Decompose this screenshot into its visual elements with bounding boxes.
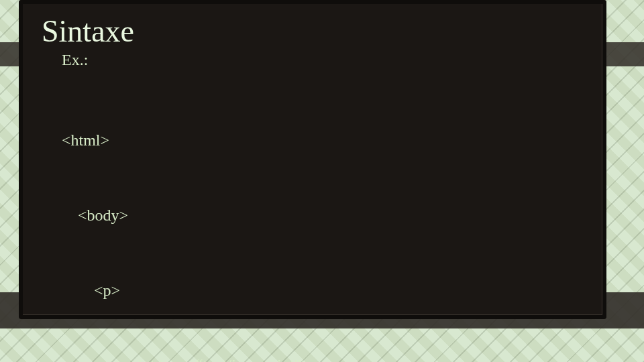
- slide-subtitle: Ex.:: [62, 51, 584, 69]
- slide-card: Sintaxe Ex.: <html> <body> <p> <script t…: [19, 0, 606, 319]
- code-block: <html> <body> <p> <script type=“text/jav…: [62, 78, 584, 362]
- slide-title: Sintaxe: [42, 16, 584, 47]
- code-line: <html>: [62, 128, 584, 153]
- code-line: <script type=“text/javascript”>: [62, 353, 584, 362]
- code-line: <body>: [62, 203, 584, 228]
- code-line: <p>: [62, 278, 584, 303]
